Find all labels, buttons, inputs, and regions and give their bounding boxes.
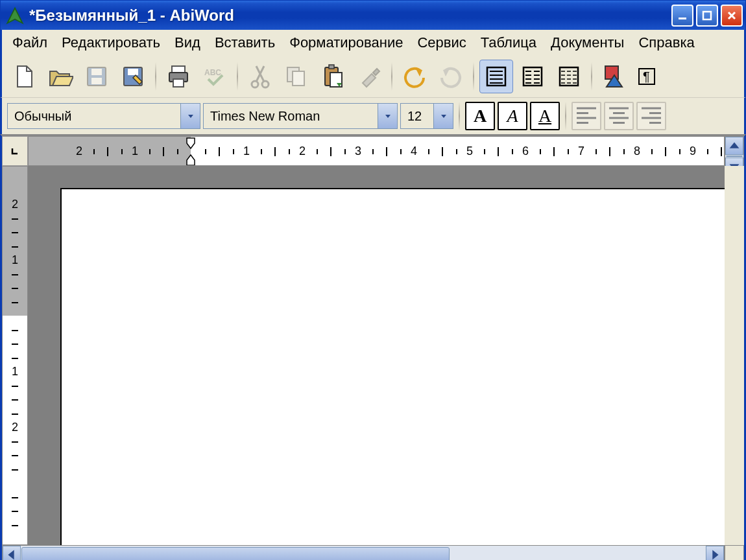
indent-marker-bottom-icon[interactable] [186,137,196,166]
font-size-value: 12 [401,109,433,124]
font-select[interactable]: Times New Roman [203,103,398,129]
svg-rect-14 [293,71,304,86]
paste-button[interactable] [316,60,350,93]
toolbar-separator [391,62,392,91]
ruler-tick: 5 [466,145,473,158]
horizontal-scrollbar[interactable] [2,545,725,560]
main-toolbar: ABC ¶ [0,56,746,97]
svg-rect-6 [128,69,138,75]
ruler-tick: 2 [12,198,18,211]
scroll-corner [725,545,744,560]
document-canvas[interactable] [28,166,725,545]
scrollbar-track[interactable] [21,546,706,560]
menu-file[interactable]: Файл [6,32,54,54]
svg-rect-9 [173,79,184,87]
minimize-button[interactable] [671,5,693,27]
scrollbar-thumb[interactable] [726,156,743,157]
scrollbar-thumb[interactable] [21,547,450,560]
tab-stop-corner[interactable] [2,136,28,166]
align-right-button[interactable] [636,102,666,130]
menu-table[interactable]: Таблица [474,32,543,54]
ruler-tick: 1 [12,253,18,267]
format-toolbar: Обычный Times New Roman 12 A A A [0,97,746,134]
chevron-down-icon [180,104,200,128]
svg-rect-4 [91,78,102,84]
vertical-ruler[interactable]: 2112 [2,166,28,545]
title-bar: *Безымянный_1 - AbiWord [0,0,746,30]
toolbar-separator [459,102,460,130]
menu-documents[interactable]: Документы [544,32,631,54]
toolbar-separator [237,62,238,91]
chevron-down-icon [378,104,397,128]
scroll-left-button[interactable] [3,546,21,560]
toolbar-separator [155,62,156,91]
open-button[interactable] [43,60,77,93]
menu-bar: Файл Редактировать Вид Вставить Форматир… [0,30,746,56]
toolbar-separator [473,62,474,91]
align-center-button[interactable] [604,102,634,130]
menu-help[interactable]: Справка [632,32,701,54]
vscroll-gutter [725,166,744,545]
style-select[interactable]: Обычный [7,103,200,129]
menu-insert[interactable]: Вставить [208,32,282,54]
ruler-tick: 2 [299,145,306,158]
svg-rect-7 [172,66,185,73]
italic-button[interactable]: A [498,102,527,130]
ruler-tick: 9 [690,145,696,158]
show-paragraph-button[interactable]: ¶ [634,64,660,89]
vertical-scrollbar[interactable] [725,136,744,166]
ruler-tick: 4 [411,145,417,158]
redo-button[interactable] [434,60,468,93]
save-as-button[interactable] [116,60,150,93]
horizontal-ruler[interactable]: 2112345678910 [28,136,725,166]
menu-tools[interactable]: Сервис [411,32,472,54]
columns-2-button[interactable] [516,60,549,93]
style-select-value: Обычный [8,109,180,124]
insert-shape-button[interactable] [597,60,631,93]
window-title: *Безымянный_1 - AbiWord [29,6,671,25]
window-buttons [671,5,743,27]
ruler-tick: 6 [522,145,529,158]
hscroll-row [2,545,744,560]
chevron-down-icon [433,104,453,128]
save-button[interactable] [80,60,114,93]
ruler-tick: 1 [132,145,138,158]
font-size-select[interactable]: 12 [400,103,453,129]
new-document-button[interactable] [7,60,41,93]
scroll-right-button[interactable] [706,546,724,560]
svg-rect-3 [91,69,102,75]
app-icon [6,6,24,25]
align-left-button[interactable] [572,102,601,130]
spellcheck-button[interactable]: ABC [198,60,232,93]
close-button[interactable] [721,5,743,27]
columns-3-button[interactable] [552,60,586,93]
ruler-tick: 1 [243,145,250,158]
columns-1-button[interactable] [479,60,513,93]
scroll-up-button[interactable] [725,137,743,155]
ruler-tick: 8 [634,145,640,158]
ruler-tick: 2 [76,145,82,158]
svg-text:¶: ¶ [643,69,650,84]
ruler-tick: 7 [578,145,584,158]
format-painter-button[interactable] [352,60,386,93]
cut-button[interactable] [243,60,277,93]
maximize-button[interactable] [696,5,718,27]
svg-rect-16 [329,65,334,69]
menu-edit[interactable]: Редактировать [55,32,167,54]
copy-button[interactable] [280,60,313,93]
menu-view[interactable]: Вид [168,32,207,54]
svg-point-11 [252,81,258,88]
svg-rect-1 [703,12,711,19]
svg-point-12 [262,81,269,88]
print-button[interactable] [162,60,195,93]
svg-rect-0 [679,18,686,19]
bold-button[interactable]: A [465,102,495,130]
document-page[interactable] [60,188,725,545]
work-area: 2112345678910 2112 [0,134,746,560]
svg-text:ABC: ABC [204,68,221,77]
menu-format[interactable]: Форматирование [283,32,409,54]
underline-button[interactable]: A [530,102,560,130]
toolbar-separator [565,102,566,130]
ruler-tick: 3 [355,145,361,158]
undo-button[interactable] [398,60,431,93]
